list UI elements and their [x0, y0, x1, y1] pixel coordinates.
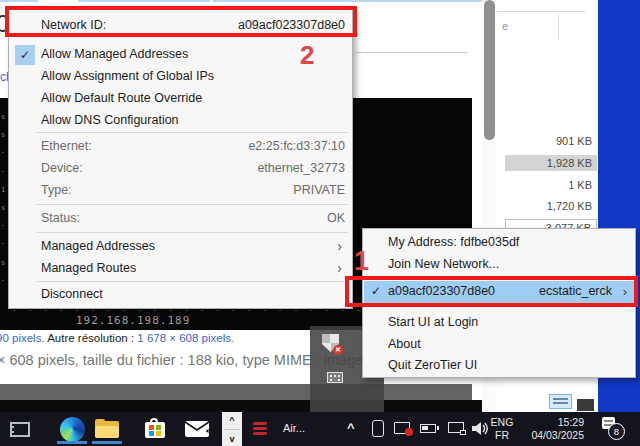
menu-item-quit[interactable]: Quit ZeroTier UI: [388, 358, 477, 372]
language-line1: ENG: [488, 416, 516, 429]
alt-resolution-link[interactable]: 1 678 × 608 pixels.: [137, 332, 234, 344]
taskbar-scroll-widget[interactable]: ^ v: [222, 412, 242, 446]
menu-item-my-address: My Address: fdfbe035df: [388, 235, 519, 249]
window-gap: [0, 400, 497, 412]
menu-item-start-ui-at-login[interactable]: Start UI at Login: [388, 315, 478, 329]
network-tray-icon[interactable]: [448, 422, 464, 433]
annotation-number-2: 2: [300, 40, 314, 71]
browser-tab-edge: [213, 0, 497, 2]
file-explorer-icon[interactable]: [95, 421, 119, 438]
recorder-tray-icon[interactable]: [394, 422, 410, 434]
explorer-toolbar-line: [497, 11, 585, 12]
defender-shield-icon[interactable]: ✕: [322, 334, 339, 352]
submenu-arrow-icon: ›: [337, 261, 342, 275]
submenu-arrow-icon: ›: [337, 239, 342, 253]
menu-separator: [37, 281, 348, 282]
mail-icon[interactable]: [185, 421, 209, 437]
menu-separator: [37, 204, 348, 205]
taskbar: ^ v Air... ^ ENG FR 15:29 04/03/2025 8: [0, 412, 640, 446]
annotation-box-2: [5, 6, 357, 37]
image-resolution-caption: 90 pixels. Autre résolution : 1 678 × 60…: [0, 332, 234, 344]
clock[interactable]: 15:29 04/03/2025: [520, 416, 584, 442]
clock-date: 04/03/2025: [520, 429, 584, 442]
clock-time: 15:29: [520, 416, 584, 429]
checkmark-icon[interactable]: ✓: [15, 45, 35, 65]
file-size-cell[interactable]: 1,720 KB: [505, 198, 597, 214]
file-size-cell[interactable]: 1 KB: [505, 177, 597, 193]
view-toggle-list-icon[interactable]: [549, 394, 572, 409]
tray-chevron-icon[interactable]: ^: [347, 420, 355, 435]
scrollbar-thumb[interactable]: [484, 0, 495, 140]
air-app-label[interactable]: Air...: [283, 422, 305, 434]
notification-badge[interactable]: 8: [608, 423, 625, 440]
view-toggle-thumb-icon[interactable]: [577, 399, 594, 411]
browser-tab-edge: [0, 0, 38, 2]
phone-tray-icon[interactable]: [372, 420, 384, 437]
microsoft-store-icon[interactable]: [145, 422, 165, 438]
air-app-icon[interactable]: [253, 421, 269, 437]
edge-active-underline: [57, 441, 87, 444]
task-view-icon[interactable]: [10, 422, 30, 437]
browser-bottom-bar: [0, 384, 472, 400]
browser-tab-edge: [78, 0, 210, 2]
language-indicator[interactable]: ENG FR: [488, 416, 516, 442]
explorer-column-separator[interactable]: [558, 14, 559, 40]
explorer-active-underline: [92, 441, 122, 444]
screen: 0 ch s s · · 1 s · · s · - - - - - - - -…: [0, 0, 640, 446]
menu-item-about[interactable]: About: [388, 337, 421, 351]
file-size-cell[interactable]: 901 KB: [505, 133, 597, 149]
annotation-number-1: 1: [354, 246, 369, 277]
scroll-up-icon[interactable]: ^: [222, 412, 242, 425]
menu-separator: [37, 232, 348, 233]
menu-separator: [37, 132, 348, 133]
annotation-box-1: [345, 276, 638, 307]
edge-browser-icon[interactable]: [60, 417, 85, 442]
terminal-ip-address: 192.168.198.189: [76, 314, 190, 327]
explorer-column-header-fragment[interactable]: e: [502, 20, 508, 32]
resolution-link[interactable]: 90 pixels.: [0, 332, 45, 344]
scroll-down-icon[interactable]: v: [222, 425, 242, 444]
touch-keyboard-icon[interactable]: [327, 372, 343, 383]
battery-tray-icon[interactable]: [420, 424, 436, 433]
language-line2: FR: [488, 429, 516, 442]
menu-item-join-network[interactable]: Join New Network...: [388, 257, 499, 271]
file-size-cell-selected[interactable]: 1,928 KB: [505, 155, 597, 171]
page-divider: [356, 52, 468, 53]
